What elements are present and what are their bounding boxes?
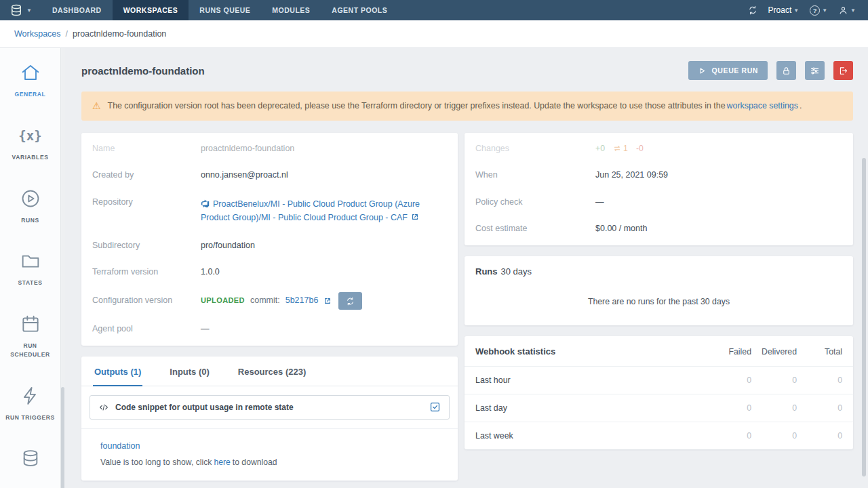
copy-snippet-icon[interactable] — [429, 401, 441, 413]
nav-dashboard[interactable]: DASHBOARD — [41, 0, 113, 20]
tab-inputs[interactable]: Inputs (0) — [168, 357, 211, 386]
play-icon — [698, 66, 707, 75]
sidebar-item-label: RUN SCHEDULER — [3, 342, 58, 359]
tab-resources[interactable]: Resources (223) — [237, 357, 307, 386]
help-icon: ? — [810, 5, 820, 16]
sync-icon[interactable] — [748, 5, 757, 15]
outputs-tabbar: Outputs (1) Inputs (0) Resources (223) — [81, 357, 458, 386]
detail-row-created-by: Created by onno.jansen@proact.nl — [81, 162, 458, 189]
detail-label: Agent pool — [92, 324, 201, 335]
policy-check-value: — — [595, 197, 604, 208]
summary-row-changes: Changes +0 1 -0 — [465, 136, 853, 163]
code-snippet-row[interactable]: Code snippet for output usage in remote … — [90, 395, 450, 420]
run-summary-card: Changes +0 1 -0 — [465, 133, 853, 246]
app-logo[interactable]: ▼ — [0, 0, 41, 20]
workspace-settings-link[interactable]: workspace settings — [727, 101, 798, 110]
breadcrumb-workspaces-link[interactable]: Workspaces — [14, 29, 61, 39]
main-content: proactnldemo-foundation QUEUE RUN — [65, 48, 868, 488]
commit-link[interactable]: 5b217b6 — [285, 296, 319, 306]
sidebar-item-label: GENERAL — [15, 90, 46, 99]
help-menu[interactable]: ? ▼ — [810, 5, 827, 16]
detail-row-agent-pool: Agent pool — — [81, 316, 458, 343]
leave-workspace-button[interactable] — [833, 61, 853, 80]
user-icon — [838, 5, 848, 16]
nav-agent-pools[interactable]: AGENT POOLS — [321, 0, 398, 20]
detail-row-terraform-version: Terraform version 1.0.0 — [81, 259, 458, 286]
workspace-name-value: proactnldemo-foundation — [201, 144, 294, 155]
warning-text: The configuration version root has been … — [108, 100, 802, 113]
commit-label: commit: — [250, 296, 280, 306]
sidebar-item-run-scheduler[interactable]: RUN SCHEDULER — [0, 300, 60, 371]
workspace-details-card: Name proactnldemo-foundation Created by … — [81, 133, 458, 346]
queue-run-label: QUEUE RUN — [712, 66, 758, 75]
detail-row-name: Name proactnldemo-foundation — [81, 136, 458, 163]
detail-label: Terraform version — [92, 267, 201, 278]
workspace-settings-button[interactable] — [805, 61, 825, 80]
terraform-version-value: 1.0.0 — [201, 267, 220, 278]
breadcrumb-current: proactnldemo-foundation — [73, 29, 166, 39]
azure-devops-icon — [201, 199, 210, 208]
webhook-title: Webhook statistics — [475, 346, 706, 357]
main-nav: DASHBOARD WORKSPACES RUNS QUEUE MODULES … — [41, 0, 398, 20]
summary-label: Cost estimate — [475, 224, 595, 235]
sidebar-item-label: RUN TRIGGERS — [5, 413, 54, 422]
folder-icon — [20, 249, 41, 273]
org-selector[interactable]: Proact ▼ — [768, 5, 800, 15]
code-icon — [98, 402, 109, 413]
runs-card-title: Runs30 days — [475, 266, 842, 277]
changes-removed: -0 — [636, 144, 644, 154]
page-header: proactnldemo-foundation QUEUE RUN — [81, 61, 853, 80]
exit-icon — [838, 66, 848, 76]
repository-name: ProactBenelux/MI - Public Cloud Product … — [201, 199, 420, 222]
sidebar-item-general[interactable]: GENERAL — [0, 48, 60, 111]
external-link-icon[interactable] — [323, 297, 332, 305]
sidebar-item-variables[interactable]: {x} VARIABLES — [0, 111, 60, 174]
lock-workspace-button[interactable] — [776, 61, 796, 80]
refresh-config-button[interactable] — [338, 292, 362, 310]
webhook-row-last-day: Last day 0 0 0 — [465, 394, 853, 422]
detail-row-subdirectory: Subdirectory pro/foundation — [81, 232, 458, 260]
detail-row-configuration-version: Configuration version UPLOADED commit: 5… — [81, 286, 458, 316]
runs-card: Runs30 days There are no runs for the pa… — [465, 256, 853, 325]
database-logo-icon — [9, 3, 23, 17]
user-menu[interactable]: ▼ — [838, 5, 856, 16]
page-scrollbar-thumb[interactable] — [862, 158, 866, 476]
navbar-right: Proact ▼ ? ▼ ▼ — [736, 0, 868, 20]
nav-modules[interactable]: MODULES — [261, 0, 321, 20]
detail-label: Configuration version — [92, 296, 201, 306]
runs-empty-message: There are no runs for the past 30 days — [475, 297, 842, 306]
download-here-link[interactable]: here — [214, 458, 230, 467]
sidebar-item-states[interactable]: STATES — [0, 237, 60, 300]
queue-run-button[interactable]: QUEUE RUN — [688, 61, 768, 80]
nav-workspaces[interactable]: WORKSPACES — [113, 0, 189, 20]
top-navbar: ▼ DASHBOARD WORKSPACES RUNS QUEUE MODULE… — [0, 0, 868, 20]
changes-modified: 1 — [613, 144, 628, 154]
detail-row-repository: Repository ProactBenelux/MI - Public Clo… — [81, 189, 458, 232]
home-icon — [20, 60, 41, 85]
sidebar-item-runs[interactable]: RUNS — [0, 174, 60, 237]
output-item: foundation Value is too long to show, cl… — [81, 429, 458, 481]
zap-icon — [20, 384, 41, 408]
nav-runs-queue[interactable]: RUNS QUEUE — [189, 0, 261, 20]
database-icon — [20, 446, 41, 470]
breadcrumb-separator: / — [66, 29, 68, 39]
when-value: Jun 25, 2021 09:59 — [595, 170, 668, 181]
tab-outputs[interactable]: Outputs (1) — [93, 357, 142, 386]
detail-label: Subdirectory — [92, 241, 201, 251]
external-link-icon — [411, 213, 419, 221]
repository-link[interactable]: ProactBenelux/MI - Public Cloud Product … — [201, 199, 420, 222]
org-name: Proact — [768, 5, 792, 15]
chevron-down-icon: ▼ — [822, 7, 827, 14]
sidebar-scrollbar-thumb[interactable] — [61, 387, 64, 488]
agent-pool-value: — — [201, 324, 210, 335]
warning-icon: ⚠ — [92, 100, 101, 112]
outputs-card: Outputs (1) Inputs (0) Resources (223) C… — [81, 357, 458, 481]
deprecation-warning-banner: ⚠ The configuration version root has bee… — [81, 92, 853, 121]
output-foundation-link[interactable]: foundation — [100, 441, 140, 451]
sidebar-item-partial[interactable] — [0, 434, 60, 483]
changes-added: +0 — [595, 144, 605, 154]
detail-label: Name — [92, 144, 201, 155]
swap-arrows-icon — [613, 144, 621, 152]
detail-label: Repository — [92, 197, 201, 224]
sidebar-item-run-triggers[interactable]: RUN TRIGGERS — [0, 371, 60, 434]
